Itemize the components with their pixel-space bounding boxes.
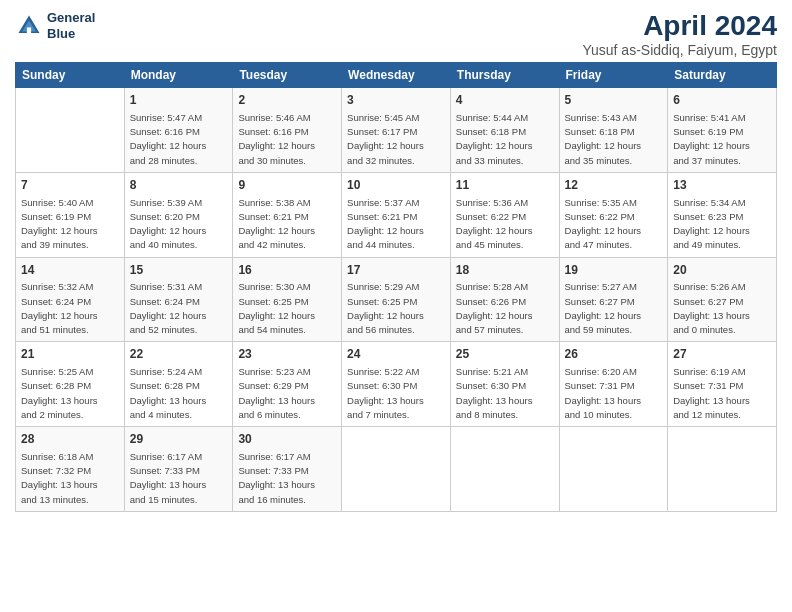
info-line: Sunset: 6:25 PM (238, 295, 336, 309)
day-cell: 25Sunrise: 5:21 AMSunset: 6:30 PMDayligh… (450, 342, 559, 427)
info-line: Daylight: 13 hours (565, 394, 663, 408)
day-info: Sunrise: 5:31 AMSunset: 6:24 PMDaylight:… (130, 280, 228, 337)
info-line: Daylight: 12 hours (565, 224, 663, 238)
day-info: Sunrise: 5:45 AMSunset: 6:17 PMDaylight:… (347, 111, 445, 168)
day-number: 2 (238, 92, 336, 109)
info-line: Sunset: 6:28 PM (21, 379, 119, 393)
day-info: Sunrise: 5:37 AMSunset: 6:21 PMDaylight:… (347, 196, 445, 253)
day-number: 9 (238, 177, 336, 194)
week-row-2: 7Sunrise: 5:40 AMSunset: 6:19 PMDaylight… (16, 172, 777, 257)
day-number: 8 (130, 177, 228, 194)
info-line: Daylight: 12 hours (238, 224, 336, 238)
info-line: and 0 minutes. (673, 323, 771, 337)
info-line: Sunrise: 5:26 AM (673, 280, 771, 294)
day-info: Sunrise: 5:26 AMSunset: 6:27 PMDaylight:… (673, 280, 771, 337)
info-line: Sunrise: 5:22 AM (347, 365, 445, 379)
day-info: Sunrise: 5:47 AMSunset: 6:16 PMDaylight:… (130, 111, 228, 168)
info-line: Daylight: 12 hours (347, 139, 445, 153)
info-line: Sunrise: 5:37 AM (347, 196, 445, 210)
day-number: 19 (565, 262, 663, 279)
info-line: and 52 minutes. (130, 323, 228, 337)
info-line: Sunrise: 5:38 AM (238, 196, 336, 210)
day-cell: 9Sunrise: 5:38 AMSunset: 6:21 PMDaylight… (233, 172, 342, 257)
info-line: Sunset: 6:21 PM (238, 210, 336, 224)
day-info: Sunrise: 6:20 AMSunset: 7:31 PMDaylight:… (565, 365, 663, 422)
info-line: Sunrise: 6:20 AM (565, 365, 663, 379)
info-line: and 39 minutes. (21, 238, 119, 252)
day-info: Sunrise: 5:40 AMSunset: 6:19 PMDaylight:… (21, 196, 119, 253)
info-line: Sunrise: 6:18 AM (21, 450, 119, 464)
day-cell: 20Sunrise: 5:26 AMSunset: 6:27 PMDayligh… (668, 257, 777, 342)
day-info: Sunrise: 5:43 AMSunset: 6:18 PMDaylight:… (565, 111, 663, 168)
calendar-page: General Blue April 2024 Yusuf as-Siddiq,… (0, 0, 792, 612)
day-number: 13 (673, 177, 771, 194)
info-line: Sunset: 6:28 PM (130, 379, 228, 393)
day-info: Sunrise: 5:28 AMSunset: 6:26 PMDaylight:… (456, 280, 554, 337)
info-line: Sunrise: 5:24 AM (130, 365, 228, 379)
info-line: and 33 minutes. (456, 154, 554, 168)
calendar-body: 1Sunrise: 5:47 AMSunset: 6:16 PMDaylight… (16, 88, 777, 512)
info-line: Sunset: 6:30 PM (456, 379, 554, 393)
info-line: Daylight: 12 hours (456, 139, 554, 153)
info-line: Sunrise: 5:41 AM (673, 111, 771, 125)
info-line: Sunset: 6:19 PM (673, 125, 771, 139)
day-info: Sunrise: 5:38 AMSunset: 6:21 PMDaylight:… (238, 196, 336, 253)
info-line: Daylight: 12 hours (456, 309, 554, 323)
calendar-subtitle: Yusuf as-Siddiq, Faiyum, Egypt (582, 42, 777, 58)
week-row-4: 21Sunrise: 5:25 AMSunset: 6:28 PMDayligh… (16, 342, 777, 427)
header-cell-tuesday: Tuesday (233, 63, 342, 88)
info-line: and 32 minutes. (347, 154, 445, 168)
info-line: and 47 minutes. (565, 238, 663, 252)
day-info: Sunrise: 6:18 AMSunset: 7:32 PMDaylight:… (21, 450, 119, 507)
day-cell: 15Sunrise: 5:31 AMSunset: 6:24 PMDayligh… (124, 257, 233, 342)
info-line: Sunrise: 5:45 AM (347, 111, 445, 125)
day-info: Sunrise: 5:24 AMSunset: 6:28 PMDaylight:… (130, 365, 228, 422)
info-line: Daylight: 12 hours (238, 139, 336, 153)
day-cell: 18Sunrise: 5:28 AMSunset: 6:26 PMDayligh… (450, 257, 559, 342)
header-cell-saturday: Saturday (668, 63, 777, 88)
logo-line1: General (47, 10, 95, 26)
info-line: Sunrise: 5:34 AM (673, 196, 771, 210)
info-line: Daylight: 13 hours (21, 394, 119, 408)
info-line: and 44 minutes. (347, 238, 445, 252)
day-info: Sunrise: 5:32 AMSunset: 6:24 PMDaylight:… (21, 280, 119, 337)
header-cell-wednesday: Wednesday (342, 63, 451, 88)
day-info: Sunrise: 5:36 AMSunset: 6:22 PMDaylight:… (456, 196, 554, 253)
info-line: Daylight: 12 hours (565, 139, 663, 153)
day-cell: 21Sunrise: 5:25 AMSunset: 6:28 PMDayligh… (16, 342, 125, 427)
info-line: Daylight: 12 hours (673, 224, 771, 238)
day-number: 7 (21, 177, 119, 194)
day-number: 18 (456, 262, 554, 279)
info-line: Sunset: 7:31 PM (673, 379, 771, 393)
info-line: Daylight: 12 hours (130, 224, 228, 238)
day-info: Sunrise: 6:19 AMSunset: 7:31 PMDaylight:… (673, 365, 771, 422)
logo: General Blue (15, 10, 95, 41)
day-info: Sunrise: 6:17 AMSunset: 7:33 PMDaylight:… (238, 450, 336, 507)
info-line: Sunset: 6:30 PM (347, 379, 445, 393)
day-cell: 17Sunrise: 5:29 AMSunset: 6:25 PMDayligh… (342, 257, 451, 342)
info-line: Sunset: 6:22 PM (565, 210, 663, 224)
day-number: 23 (238, 346, 336, 363)
day-cell: 30Sunrise: 6:17 AMSunset: 7:33 PMDayligh… (233, 427, 342, 512)
day-cell: 3Sunrise: 5:45 AMSunset: 6:17 PMDaylight… (342, 88, 451, 173)
info-line: Daylight: 13 hours (673, 394, 771, 408)
info-line: Sunset: 6:18 PM (565, 125, 663, 139)
info-line: Sunset: 6:16 PM (238, 125, 336, 139)
day-cell: 26Sunrise: 6:20 AMSunset: 7:31 PMDayligh… (559, 342, 668, 427)
info-line: and 35 minutes. (565, 154, 663, 168)
info-line: and 30 minutes. (238, 154, 336, 168)
day-cell: 14Sunrise: 5:32 AMSunset: 6:24 PMDayligh… (16, 257, 125, 342)
info-line: and 51 minutes. (21, 323, 119, 337)
info-line: and 45 minutes. (456, 238, 554, 252)
day-info: Sunrise: 5:22 AMSunset: 6:30 PMDaylight:… (347, 365, 445, 422)
header-cell-friday: Friday (559, 63, 668, 88)
day-number: 10 (347, 177, 445, 194)
info-line: and 10 minutes. (565, 408, 663, 422)
info-line: Sunrise: 5:28 AM (456, 280, 554, 294)
info-line: Daylight: 13 hours (21, 478, 119, 492)
info-line: Sunset: 6:24 PM (21, 295, 119, 309)
info-line: Sunset: 6:17 PM (347, 125, 445, 139)
week-row-5: 28Sunrise: 6:18 AMSunset: 7:32 PMDayligh… (16, 427, 777, 512)
day-info: Sunrise: 6:17 AMSunset: 7:33 PMDaylight:… (130, 450, 228, 507)
day-cell: 11Sunrise: 5:36 AMSunset: 6:22 PMDayligh… (450, 172, 559, 257)
